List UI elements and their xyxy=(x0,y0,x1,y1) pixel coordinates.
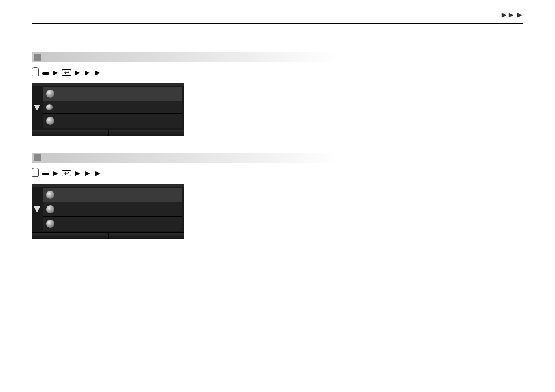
radio-icon xyxy=(46,220,54,228)
content-row xyxy=(32,184,338,239)
side-tab-system-setup xyxy=(532,58,542,131)
save-button[interactable] xyxy=(109,233,184,239)
nav-path: ▶ ↩ ▶ ▶ ▶ xyxy=(32,66,338,78)
square-bullet-icon xyxy=(34,154,41,161)
step-line xyxy=(201,186,202,198)
radio-icon xyxy=(46,191,54,199)
triangle-icon: ▶ xyxy=(517,12,522,18)
screenshot-footer xyxy=(32,130,184,136)
main-content: ▶ ↩ ▶ ▶ ▶ xyxy=(32,52,338,256)
step-line xyxy=(201,97,202,109)
triangle-icon: ▶ xyxy=(509,12,513,18)
square-bullet-icon xyxy=(34,54,41,61)
list-item[interactable] xyxy=(43,188,182,202)
step-line xyxy=(201,198,202,210)
header-breadcrumb: ▶▶ ▶ xyxy=(501,10,523,19)
triangle-icon: ▶ xyxy=(53,69,58,76)
triangle-icon: ▶ xyxy=(502,12,506,18)
screenshot-body xyxy=(32,86,184,130)
save-button[interactable] xyxy=(109,130,184,136)
list-item[interactable] xyxy=(43,101,182,114)
triangle-icon: ▶ xyxy=(53,169,58,176)
steps xyxy=(201,184,202,239)
radio-icon xyxy=(46,205,54,213)
triangle-icon: ▶ xyxy=(95,169,100,176)
chevron-down-icon xyxy=(34,105,40,110)
cancel-button[interactable] xyxy=(32,233,109,239)
map-button-icon xyxy=(42,72,49,75)
list-item[interactable] xyxy=(43,217,182,231)
screenshot-keyboard-language xyxy=(32,184,184,239)
scroll-down-column[interactable] xyxy=(32,86,42,130)
triangle-icon: ▶ xyxy=(95,69,100,76)
cancel-button[interactable] xyxy=(32,130,109,136)
back-button-icon: ↩ xyxy=(62,170,71,176)
step-line xyxy=(201,85,202,97)
radio-icon xyxy=(46,104,53,110)
section-header-voice-language xyxy=(32,52,338,62)
section-header-keyboard-language xyxy=(32,153,338,163)
finger-icon xyxy=(32,168,39,177)
screenshot-body xyxy=(32,187,184,232)
back-button-icon: ↩ xyxy=(62,69,71,76)
list-item[interactable] xyxy=(43,202,182,217)
list-item[interactable] xyxy=(43,87,182,101)
map-button-icon xyxy=(42,173,49,175)
option-list xyxy=(42,187,184,232)
list-item[interactable] xyxy=(43,114,182,128)
radio-icon xyxy=(46,90,54,98)
page: ▶▶ ▶ ▶ ↩ ▶ ▶ ▶ xyxy=(0,0,555,392)
horizontal-rule xyxy=(32,23,523,24)
triangle-icon: ▶ xyxy=(85,169,90,176)
triangle-icon: ▶ xyxy=(75,169,80,176)
screenshot-footer xyxy=(32,232,184,239)
triangle-icon: ▶ xyxy=(85,69,90,76)
option-list xyxy=(42,86,184,130)
finger-icon xyxy=(32,67,39,76)
screenshot-voice-language xyxy=(32,83,184,136)
content-row xyxy=(32,83,338,136)
triangle-icon: ▶ xyxy=(75,69,80,76)
steps xyxy=(201,83,202,136)
chevron-down-icon xyxy=(34,206,40,212)
radio-icon xyxy=(46,117,54,125)
nav-path: ▶ ↩ ▶ ▶ ▶ xyxy=(32,167,338,179)
scroll-down-column[interactable] xyxy=(32,187,42,232)
